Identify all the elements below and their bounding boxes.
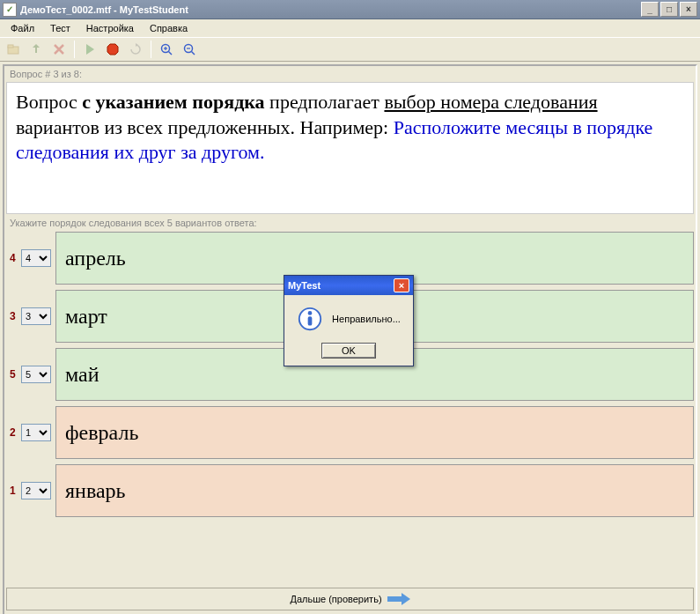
menu-file[interactable]: Файл xyxy=(4,21,41,35)
qtext-underline: выбор номера следования xyxy=(384,91,597,113)
info-icon xyxy=(297,306,323,332)
question-text: Вопрос с указанием порядка предполагает … xyxy=(6,82,694,214)
qtext-part: вариантов из всех предложенных. Например… xyxy=(16,116,394,138)
answer-text: январь xyxy=(55,464,694,517)
order-select[interactable]: 5 xyxy=(21,366,51,383)
stop-icon[interactable] xyxy=(103,40,122,59)
svg-rect-1 xyxy=(8,45,13,48)
order-select[interactable]: 4 xyxy=(21,249,51,267)
menu-settings[interactable]: Настройка xyxy=(79,21,141,35)
app-icon: ✓ xyxy=(3,3,17,17)
qtext-bold: с указанием порядка xyxy=(82,91,264,113)
menubar: Файл Тест Настройка Справка xyxy=(0,19,700,37)
svg-rect-10 xyxy=(387,596,402,602)
close-button[interactable]: × xyxy=(680,2,697,17)
window-titlebar: ✓ ДемоТест_0002.mtf - MyTestStudent _ □ … xyxy=(0,0,700,19)
order-select[interactable]: 2 xyxy=(21,482,51,499)
next-button-label: Дальше (проверить) xyxy=(290,594,381,604)
answer-row: 1 2 январь xyxy=(6,464,694,517)
play-icon xyxy=(80,40,99,59)
zoom-in-icon[interactable] xyxy=(157,40,176,59)
answer-index: 1 xyxy=(10,485,18,497)
maximize-button[interactable]: □ xyxy=(660,2,678,17)
question-counter: Вопрос # 3 из 8: xyxy=(4,66,696,82)
svg-point-15 xyxy=(308,311,313,315)
svg-line-4 xyxy=(169,52,173,55)
refresh-icon xyxy=(126,40,145,59)
svg-line-8 xyxy=(192,52,195,55)
cancel-icon xyxy=(49,40,69,59)
window-title: ДемоТест_0002.mtf - MyTestStudent xyxy=(20,4,641,15)
minimize-button[interactable]: _ xyxy=(641,2,659,17)
menu-help[interactable]: Справка xyxy=(143,21,195,35)
svg-rect-0 xyxy=(8,47,18,54)
answer-index: 2 xyxy=(10,426,18,439)
result-dialog: MyTest × Неправильно... OK xyxy=(284,275,414,366)
svg-rect-16 xyxy=(308,316,313,325)
zoom-out-icon[interactable] xyxy=(180,40,199,59)
dialog-message: Неправильно... xyxy=(332,314,401,324)
arrow-right-icon xyxy=(387,593,410,605)
answer-index: 3 xyxy=(10,310,18,322)
dialog-titlebar: MyTest × xyxy=(284,276,413,295)
menu-test[interactable]: Тест xyxy=(43,21,77,35)
answer-instruction: Укажите порядок следования всех 5 вариан… xyxy=(4,214,696,232)
order-select[interactable]: 3 xyxy=(21,307,51,325)
qtext-part: предполагает xyxy=(265,91,385,113)
save-icon xyxy=(26,40,46,59)
answer-index: 5 xyxy=(10,368,18,381)
qtext-part: Вопрос xyxy=(16,91,82,113)
dialog-title: MyTest xyxy=(288,280,394,291)
dialog-close-button[interactable]: × xyxy=(394,278,409,292)
answer-text: февраль xyxy=(55,406,694,459)
order-select[interactable]: 1 xyxy=(21,424,51,441)
toolbar xyxy=(0,37,700,62)
answer-row: 2 1 февраль xyxy=(6,406,694,459)
dialog-ok-button[interactable]: OK xyxy=(321,343,376,359)
svg-marker-2 xyxy=(107,44,118,55)
answer-index: 4 xyxy=(10,252,18,264)
next-button[interactable]: Дальше (проверить) xyxy=(6,588,694,610)
open-icon xyxy=(4,40,23,59)
